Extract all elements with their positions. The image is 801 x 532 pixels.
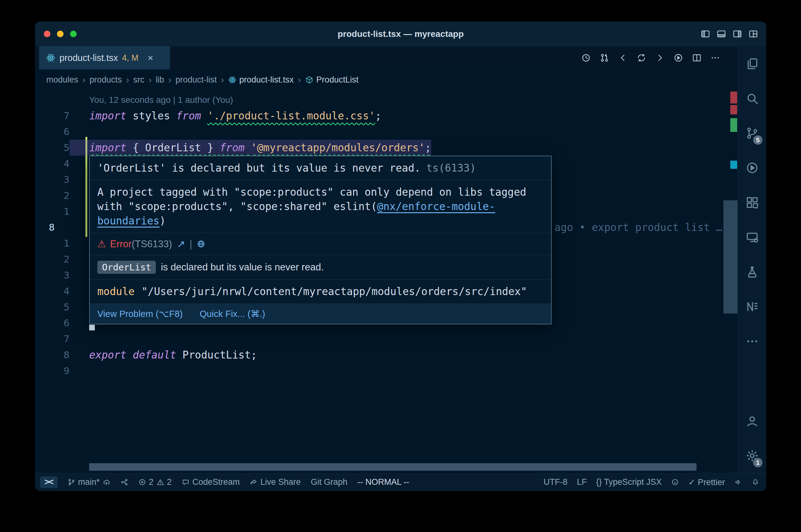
titlebar: product-list.tsx — myreactapp <box>35 22 766 46</box>
code-text <box>70 315 89 331</box>
breadcrumb-item-products[interactable]: products <box>90 75 122 85</box>
status-problems[interactable]: 22 <box>138 477 172 487</box>
activity-testing[interactable] <box>738 254 766 289</box>
breadcrumb-item-src[interactable]: src <box>133 75 145 85</box>
line-number: 2 <box>35 251 70 267</box>
pull-request-icon[interactable] <box>600 53 609 63</box>
hover-actions: View Problem (⌥F8) Quick Fix... (⌘.) <box>90 304 551 324</box>
code-text <box>70 235 89 251</box>
status-notifications[interactable] <box>751 478 759 486</box>
activity-nx-console[interactable] <box>738 289 766 324</box>
status-git-graph[interactable]: Git Graph <box>311 477 347 487</box>
nav-forward-icon[interactable] <box>655 53 665 63</box>
status-text: >< <box>44 477 53 487</box>
activity-settings[interactable]: 1 <box>738 438 766 473</box>
warning-tri-icon <box>157 478 164 486</box>
run-icon[interactable] <box>673 53 684 63</box>
status-encoding[interactable]: UTF-8 <box>544 477 568 487</box>
hover-error-row: ⚠ Error (TS6133) ↗ | <box>90 233 551 255</box>
cloud-upload-icon <box>103 478 110 486</box>
more-actions-icon <box>745 335 759 348</box>
activity-accounts[interactable] <box>738 403 766 438</box>
scrollbar-thumb-vertical[interactable] <box>723 201 738 314</box>
breadcrumb-item-lib[interactable]: lib <box>156 75 164 85</box>
code-text <box>70 331 89 347</box>
breadcrumb-separator: › <box>168 74 171 85</box>
status-codestream[interactable]: CodeStream <box>182 477 240 487</box>
titlebar-layout-controls <box>700 22 758 46</box>
line-number: 6 <box>35 315 70 331</box>
run-debug-icon <box>745 161 759 175</box>
status-text: CodeStream <box>193 477 240 487</box>
history-icon[interactable] <box>581 53 591 63</box>
extensions-icon <box>745 196 759 209</box>
status-text: Git Graph <box>311 477 347 487</box>
status-language-mode[interactable]: {} TypeScript JSX <box>596 477 662 487</box>
module-path: "/Users/juri/nrwl/content/myreactapp/mod… <box>142 285 527 298</box>
breadcrumb-separator: › <box>82 74 86 85</box>
activity-more-views[interactable] <box>738 324 766 359</box>
overview-mark-error <box>730 105 737 114</box>
activity-remote-explorer[interactable] <box>738 220 766 254</box>
status-eol[interactable]: LF <box>577 477 587 487</box>
line-number: 3 <box>35 172 70 188</box>
layout-panel-icon[interactable] <box>716 29 726 39</box>
open-error-docs-icon[interactable]: ↗ <box>177 238 185 250</box>
ts-diagnostic-source: ts(6133) <box>426 162 476 174</box>
breadcrumb-separator: › <box>149 74 152 85</box>
layout-sidebar-left-icon[interactable] <box>700 29 710 39</box>
error-circle-icon <box>138 478 146 486</box>
status-git-commits[interactable] <box>121 478 128 486</box>
hover-resize-grip[interactable] <box>89 325 95 330</box>
activity-search[interactable] <box>738 81 766 116</box>
breadcrumb-item-modules[interactable]: modules <box>46 75 78 85</box>
breadcrumb-item-product-list-tsx[interactable]: product-list.tsx <box>228 75 294 85</box>
breadcrumb-separator: › <box>298 74 301 85</box>
line-number: 4 <box>35 283 70 299</box>
tab-bar: product-list.tsx 4, M × <box>35 46 738 70</box>
nx-console-icon <box>745 300 759 314</box>
breadcrumb-label: products <box>90 75 122 85</box>
activity-run-debug[interactable] <box>738 150 766 185</box>
activity-source-control[interactable]: 5 <box>738 116 766 150</box>
status-vim-mode[interactable]: -- NORMAL -- <box>357 477 409 487</box>
close-tab-icon[interactable]: × <box>147 53 153 63</box>
layout-sidebar-right-icon[interactable] <box>732 29 742 39</box>
split-editor-icon[interactable] <box>692 53 702 63</box>
view-problem-button[interactable]: View Problem (⌥F8) <box>97 308 183 319</box>
status-live-share[interactable]: Live Share <box>250 477 301 487</box>
breadcrumb-separator: › <box>221 74 224 85</box>
breadcrumb-label: product-list.tsx <box>239 75 294 85</box>
tab-label: product-list.tsx <box>59 53 118 63</box>
status-remote-indicator[interactable]: >< <box>40 476 58 488</box>
editor-actions <box>581 46 738 70</box>
status-broadcast[interactable] <box>734 478 742 486</box>
inline-blame-annotation: ago • export product list … <box>554 220 722 235</box>
code-text <box>70 172 89 188</box>
quick-fix-button[interactable]: Quick Fix... (⌘.) <box>200 308 265 319</box>
activity-explorer[interactable] <box>738 46 766 81</box>
tab-product-list[interactable]: product-list.tsx 4, M × <box>39 46 170 70</box>
more-actions-icon[interactable] <box>710 53 720 63</box>
commit-graph-icon <box>121 478 128 486</box>
status-feedback-smiley[interactable] <box>671 478 679 486</box>
activity-bar-bottom: 1 <box>738 403 766 473</box>
scrollbar-horizontal[interactable] <box>89 463 696 471</box>
activity-extensions[interactable] <box>738 185 766 220</box>
breadcrumb-item-product-list[interactable]: product-list <box>176 75 217 85</box>
code-text <box>70 156 89 172</box>
globe-icon[interactable] <box>197 240 205 248</box>
breadcrumb-item-productlist[interactable]: ProductList <box>305 75 359 85</box>
layout-grid-icon[interactable] <box>748 29 758 39</box>
code-text <box>70 299 89 315</box>
ts-diagnostic-message: 'OrderList' is declared but its value is… <box>97 162 420 174</box>
sync-icon[interactable] <box>636 53 647 63</box>
status-git-branch[interactable]: main* <box>68 477 110 487</box>
error-label: Error <box>110 239 132 250</box>
eslint-diagnostic-close-paren: ) <box>160 215 166 227</box>
editor[interactable]: You, 12 seconds ago | 1 author (You)7imp… <box>35 90 738 473</box>
status-bar: ><main*22CodeStreamLive ShareGit Graph--… <box>35 473 766 491</box>
status-prettier[interactable]: ✓ Prettier <box>688 477 725 487</box>
nav-back-icon[interactable] <box>618 53 628 63</box>
badge: 1 <box>753 458 763 467</box>
